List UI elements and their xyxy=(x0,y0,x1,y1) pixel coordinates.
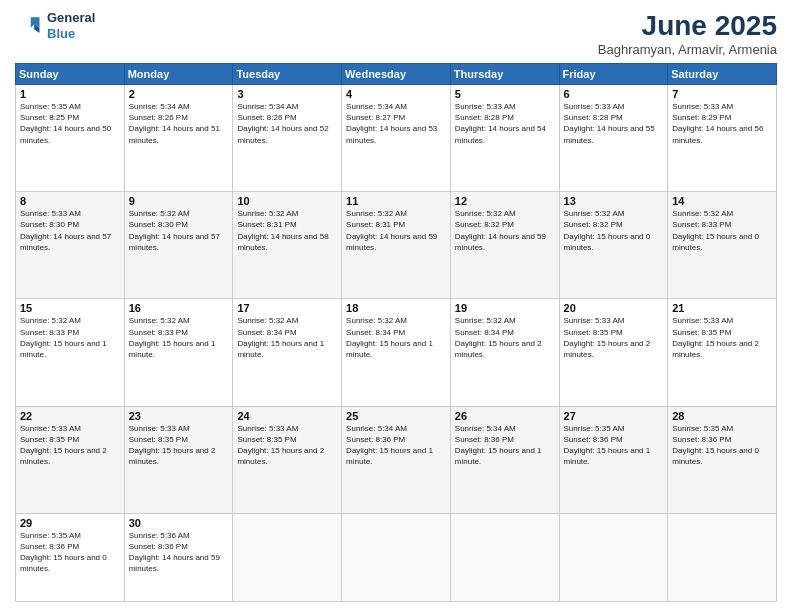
calendar-table: SundayMondayTuesdayWednesdayThursdayFrid… xyxy=(15,63,777,602)
day-number: 20 xyxy=(564,302,664,314)
calendar-cell: 10Sunrise: 5:32 AMSunset: 8:31 PMDayligh… xyxy=(233,192,342,299)
day-number: 3 xyxy=(237,88,337,100)
day-number: 6 xyxy=(564,88,664,100)
calendar-cell xyxy=(559,513,668,601)
day-number: 7 xyxy=(672,88,772,100)
calendar-cell: 15Sunrise: 5:32 AMSunset: 8:33 PMDayligh… xyxy=(16,299,125,406)
calendar-cell: 24Sunrise: 5:33 AMSunset: 8:35 PMDayligh… xyxy=(233,406,342,513)
cell-details: Sunrise: 5:35 AMSunset: 8:36 PMDaylight:… xyxy=(564,423,664,468)
calendar-cell: 13Sunrise: 5:32 AMSunset: 8:32 PMDayligh… xyxy=(559,192,668,299)
calendar-cell xyxy=(450,513,559,601)
cell-details: Sunrise: 5:33 AMSunset: 8:35 PMDaylight:… xyxy=(20,423,120,468)
cell-details: Sunrise: 5:33 AMSunset: 8:35 PMDaylight:… xyxy=(237,423,337,468)
calendar-cell xyxy=(668,513,777,601)
cell-details: Sunrise: 5:36 AMSunset: 8:36 PMDaylight:… xyxy=(129,530,229,575)
cell-details: Sunrise: 5:33 AMSunset: 8:35 PMDaylight:… xyxy=(129,423,229,468)
day-number: 16 xyxy=(129,302,229,314)
calendar-week-row: 8Sunrise: 5:33 AMSunset: 8:30 PMDaylight… xyxy=(16,192,777,299)
calendar-cell: 20Sunrise: 5:33 AMSunset: 8:35 PMDayligh… xyxy=(559,299,668,406)
calendar-cell: 26Sunrise: 5:34 AMSunset: 8:36 PMDayligh… xyxy=(450,406,559,513)
calendar-header-row: SundayMondayTuesdayWednesdayThursdayFrid… xyxy=(16,64,777,85)
calendar-cell: 29Sunrise: 5:35 AMSunset: 8:36 PMDayligh… xyxy=(16,513,125,601)
calendar-cell: 9Sunrise: 5:32 AMSunset: 8:30 PMDaylight… xyxy=(124,192,233,299)
day-number: 24 xyxy=(237,410,337,422)
cell-details: Sunrise: 5:32 AMSunset: 8:34 PMDaylight:… xyxy=(455,315,555,360)
calendar-week-row: 22Sunrise: 5:33 AMSunset: 8:35 PMDayligh… xyxy=(16,406,777,513)
day-number: 13 xyxy=(564,195,664,207)
logo-text: General Blue xyxy=(47,10,95,41)
header: General Blue June 2025 Baghramyan, Armav… xyxy=(15,10,777,57)
calendar-cell: 6Sunrise: 5:33 AMSunset: 8:28 PMDaylight… xyxy=(559,85,668,192)
day-number: 2 xyxy=(129,88,229,100)
calendar-cell: 8Sunrise: 5:33 AMSunset: 8:30 PMDaylight… xyxy=(16,192,125,299)
calendar-cell: 14Sunrise: 5:32 AMSunset: 8:33 PMDayligh… xyxy=(668,192,777,299)
day-number: 23 xyxy=(129,410,229,422)
col-header-thursday: Thursday xyxy=(450,64,559,85)
calendar-cell xyxy=(233,513,342,601)
day-number: 28 xyxy=(672,410,772,422)
calendar-cell: 25Sunrise: 5:34 AMSunset: 8:36 PMDayligh… xyxy=(342,406,451,513)
calendar-cell: 19Sunrise: 5:32 AMSunset: 8:34 PMDayligh… xyxy=(450,299,559,406)
calendar-cell: 22Sunrise: 5:33 AMSunset: 8:35 PMDayligh… xyxy=(16,406,125,513)
calendar-cell: 2Sunrise: 5:34 AMSunset: 8:26 PMDaylight… xyxy=(124,85,233,192)
day-number: 1 xyxy=(20,88,120,100)
calendar-week-row: 29Sunrise: 5:35 AMSunset: 8:36 PMDayligh… xyxy=(16,513,777,601)
day-number: 10 xyxy=(237,195,337,207)
calendar-cell: 5Sunrise: 5:33 AMSunset: 8:28 PMDaylight… xyxy=(450,85,559,192)
calendar-cell: 28Sunrise: 5:35 AMSunset: 8:36 PMDayligh… xyxy=(668,406,777,513)
day-number: 18 xyxy=(346,302,446,314)
col-header-saturday: Saturday xyxy=(668,64,777,85)
calendar-cell: 3Sunrise: 5:34 AMSunset: 8:26 PMDaylight… xyxy=(233,85,342,192)
day-number: 19 xyxy=(455,302,555,314)
month-title: June 2025 xyxy=(598,10,777,42)
day-number: 15 xyxy=(20,302,120,314)
cell-details: Sunrise: 5:33 AMSunset: 8:28 PMDaylight:… xyxy=(455,101,555,146)
col-header-friday: Friday xyxy=(559,64,668,85)
cell-details: Sunrise: 5:35 AMSunset: 8:25 PMDaylight:… xyxy=(20,101,120,146)
col-header-wednesday: Wednesday xyxy=(342,64,451,85)
calendar-cell: 17Sunrise: 5:32 AMSunset: 8:34 PMDayligh… xyxy=(233,299,342,406)
day-number: 21 xyxy=(672,302,772,314)
logo: General Blue xyxy=(15,10,95,41)
cell-details: Sunrise: 5:32 AMSunset: 8:32 PMDaylight:… xyxy=(564,208,664,253)
day-number: 30 xyxy=(129,517,229,529)
calendar-cell: 23Sunrise: 5:33 AMSunset: 8:35 PMDayligh… xyxy=(124,406,233,513)
cell-details: Sunrise: 5:34 AMSunset: 8:27 PMDaylight:… xyxy=(346,101,446,146)
cell-details: Sunrise: 5:34 AMSunset: 8:26 PMDaylight:… xyxy=(237,101,337,146)
calendar-week-row: 15Sunrise: 5:32 AMSunset: 8:33 PMDayligh… xyxy=(16,299,777,406)
logo-line2: Blue xyxy=(47,26,95,42)
location-subtitle: Baghramyan, Armavir, Armenia xyxy=(598,42,777,57)
calendar-week-row: 1Sunrise: 5:35 AMSunset: 8:25 PMDaylight… xyxy=(16,85,777,192)
logo-icon xyxy=(15,12,43,40)
day-number: 12 xyxy=(455,195,555,207)
cell-details: Sunrise: 5:32 AMSunset: 8:31 PMDaylight:… xyxy=(346,208,446,253)
cell-details: Sunrise: 5:35 AMSunset: 8:36 PMDaylight:… xyxy=(672,423,772,468)
calendar-cell: 27Sunrise: 5:35 AMSunset: 8:36 PMDayligh… xyxy=(559,406,668,513)
day-number: 4 xyxy=(346,88,446,100)
day-number: 22 xyxy=(20,410,120,422)
cell-details: Sunrise: 5:34 AMSunset: 8:26 PMDaylight:… xyxy=(129,101,229,146)
cell-details: Sunrise: 5:32 AMSunset: 8:32 PMDaylight:… xyxy=(455,208,555,253)
cell-details: Sunrise: 5:33 AMSunset: 8:35 PMDaylight:… xyxy=(672,315,772,360)
calendar-cell: 11Sunrise: 5:32 AMSunset: 8:31 PMDayligh… xyxy=(342,192,451,299)
calendar-cell: 21Sunrise: 5:33 AMSunset: 8:35 PMDayligh… xyxy=(668,299,777,406)
cell-details: Sunrise: 5:32 AMSunset: 8:33 PMDaylight:… xyxy=(20,315,120,360)
cell-details: Sunrise: 5:33 AMSunset: 8:29 PMDaylight:… xyxy=(672,101,772,146)
day-number: 26 xyxy=(455,410,555,422)
cell-details: Sunrise: 5:32 AMSunset: 8:33 PMDaylight:… xyxy=(129,315,229,360)
calendar-cell: 16Sunrise: 5:32 AMSunset: 8:33 PMDayligh… xyxy=(124,299,233,406)
calendar-cell: 7Sunrise: 5:33 AMSunset: 8:29 PMDaylight… xyxy=(668,85,777,192)
cell-details: Sunrise: 5:35 AMSunset: 8:36 PMDaylight:… xyxy=(20,530,120,575)
day-number: 25 xyxy=(346,410,446,422)
calendar-cell: 1Sunrise: 5:35 AMSunset: 8:25 PMDaylight… xyxy=(16,85,125,192)
col-header-tuesday: Tuesday xyxy=(233,64,342,85)
day-number: 27 xyxy=(564,410,664,422)
cell-details: Sunrise: 5:33 AMSunset: 8:30 PMDaylight:… xyxy=(20,208,120,253)
day-number: 5 xyxy=(455,88,555,100)
calendar-cell: 4Sunrise: 5:34 AMSunset: 8:27 PMDaylight… xyxy=(342,85,451,192)
day-number: 17 xyxy=(237,302,337,314)
calendar-cell xyxy=(342,513,451,601)
day-number: 14 xyxy=(672,195,772,207)
cell-details: Sunrise: 5:34 AMSunset: 8:36 PMDaylight:… xyxy=(346,423,446,468)
day-number: 8 xyxy=(20,195,120,207)
